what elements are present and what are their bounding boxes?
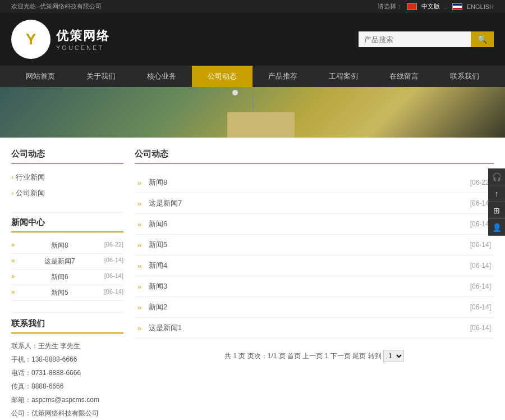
- bullet: »: [135, 172, 146, 193]
- nav-item-about[interactable]: 关于我们: [71, 66, 131, 87]
- news-title[interactable]: 这是新闻1: [146, 318, 449, 339]
- sidebar-section-news-center: 新闻中心 新闻8 [06-22] 这是新闻7 [06-14] 新闻6 [06-1…: [11, 217, 123, 301]
- pagination: 共 1 页 页次：1/1 页 首页 上一页 1 下一页 尾页 转到 1: [135, 350, 494, 362]
- search-button[interactable]: 🔍: [471, 31, 494, 47]
- news-link[interactable]: 新闻6: [51, 272, 68, 282]
- table-row: » 新闻6 [06-14]: [135, 214, 494, 235]
- right-content: 公司动态 » 新闻8 [06-22] » 这是新闻7 [06-14] » 新闻6…: [135, 149, 494, 420]
- logo-letter: Y: [26, 30, 36, 48]
- pagination-text: 共 1 页 页次：1/1 页: [224, 352, 287, 360]
- news-date: [06-14]: [104, 257, 123, 266]
- logo-area: Y 优策网络 YOUCENET: [11, 20, 110, 59]
- left-sidebar: 公司动态 行业新闻 公司新闻 新闻中心 新闻8 [06-22] 这是新闻7 [0…: [11, 149, 123, 420]
- bullet: »: [135, 297, 146, 318]
- hero-banner: [0, 87, 505, 138]
- contact-info: 联系人：王先生 李先生 手机：138-8888-6666 电话：0731-888…: [11, 339, 123, 420]
- goto-label: 转到: [368, 352, 382, 360]
- nav-item-home[interactable]: 网站首页: [10, 66, 71, 87]
- news-date: [06-14]: [449, 214, 494, 235]
- nav-item-products[interactable]: 产品推荐: [252, 66, 313, 87]
- table-row: » 新闻4 [06-14]: [135, 255, 494, 276]
- contact-fax: 传真：8888-6666: [11, 380, 123, 393]
- list-item: 新闻6 [06-14]: [11, 270, 123, 285]
- news-title[interactable]: 新闻8: [146, 172, 449, 193]
- bullet: »: [135, 193, 146, 214]
- sidebar-section2-title: 新闻中心: [11, 217, 123, 232]
- contact-title: 联系我们: [11, 318, 123, 334]
- grid-icon[interactable]: ⊞: [488, 202, 505, 219]
- flag-cn-icon: [407, 3, 417, 10]
- lang-select-label: 请选择：: [378, 2, 402, 11]
- sidebar-section1-title: 公司动态: [11, 149, 123, 164]
- bullet: »: [135, 318, 146, 339]
- news-link[interactable]: 新闻8: [51, 241, 68, 250]
- news-title[interactable]: 新闻3: [146, 276, 449, 297]
- lang-en-link[interactable]: ENGLISH: [467, 3, 494, 10]
- news-title[interactable]: 新闻6: [146, 214, 449, 235]
- table-row: » 新闻2 [06-14]: [135, 297, 494, 318]
- nav-item-news[interactable]: 公司动态: [192, 66, 252, 87]
- news-link[interactable]: 这是新闻7: [44, 257, 75, 266]
- table-row: » 新闻3 [06-14]: [135, 276, 494, 297]
- user-icon[interactable]: 👤: [488, 219, 505, 236]
- list-item: 这是新闻7 [06-14]: [11, 254, 123, 270]
- news-title[interactable]: 这是新闻7: [146, 193, 449, 214]
- contact-mobile: 手机：138-8888-6666: [11, 353, 123, 366]
- last-page-link[interactable]: 尾页: [352, 352, 368, 360]
- sidebar-section-company-news: 公司动态 行业新闻 公司新闻: [11, 149, 123, 201]
- news-title[interactable]: 新闻5: [146, 235, 449, 255]
- nav-item-contact[interactable]: 联系我们: [434, 66, 495, 87]
- sidebar-link-industry[interactable]: 行业新闻: [11, 170, 123, 185]
- bullet: »: [135, 235, 146, 255]
- bullet: »: [135, 276, 146, 297]
- news-date: [06-14]: [449, 235, 494, 255]
- headset-icon[interactable]: 🎧: [488, 168, 505, 185]
- main-nav: 网站首页 关于我们 核心业务 公司动态 产品推荐 工程案例 在线留言 联系我们: [0, 66, 505, 87]
- table-row: » 这是新闻7 [06-14]: [135, 193, 494, 214]
- contact-company: 公司：优策网络科技有限公司: [11, 407, 123, 420]
- contact-email: 邮箱：aspcms@aspcms.com: [11, 393, 123, 407]
- bullet: »: [135, 214, 146, 235]
- news-date: [06-14]: [449, 318, 494, 339]
- lang-divider: ::: [444, 3, 448, 10]
- main-content-area: 公司动态 行业新闻 公司新闻 新闻中心 新闻8 [06-22] 这是新闻7 [0…: [0, 138, 505, 420]
- news-date: [06-14]: [449, 297, 494, 318]
- content-title: 公司动态: [135, 149, 494, 164]
- top-bar-right: 请选择： 中文版 :: ENGLISH: [378, 2, 494, 11]
- welcome-text: 欢迎光临--优策网络科技有限公司: [11, 2, 102, 11]
- news-date: [06-14]: [104, 288, 123, 298]
- news-table: » 新闻8 [06-22] » 这是新闻7 [06-14] » 新闻6 [06-…: [135, 172, 494, 339]
- lang-cn-link[interactable]: 中文版: [421, 2, 440, 11]
- prev-page-link[interactable]: 上一页: [302, 352, 324, 360]
- news-date: [06-22]: [104, 241, 123, 250]
- nav-item-message[interactable]: 在线留言: [374, 66, 434, 87]
- news-title[interactable]: 新闻2: [146, 297, 449, 318]
- right-sidebar: 🎧 ↑ ⊞ 👤: [488, 168, 505, 236]
- sidebar-link-company[interactable]: 公司新闻: [11, 185, 123, 201]
- logo-text: 优策网络 YOUCENET: [56, 28, 110, 51]
- page-select[interactable]: 1: [383, 350, 404, 362]
- divider2: [11, 312, 123, 313]
- top-bar: 欢迎光临--优策网络科技有限公司 请选择： 中文版 :: ENGLISH: [0, 0, 505, 13]
- bullet: »: [135, 255, 146, 276]
- search-area: 🔍: [359, 31, 494, 47]
- logo-icon: Y: [11, 20, 50, 59]
- news-title[interactable]: 新闻4: [146, 255, 449, 276]
- flag-en-icon: [452, 3, 462, 10]
- news-date: [06-14]: [104, 272, 123, 282]
- next-page-link[interactable]: 下一页: [330, 352, 352, 360]
- news-date: [06-14]: [449, 193, 494, 214]
- news-date: [06-14]: [449, 255, 494, 276]
- first-page-link[interactable]: 首页: [287, 352, 301, 360]
- nav-item-core[interactable]: 核心业务: [131, 66, 192, 87]
- search-input[interactable]: [359, 31, 471, 47]
- table-row: » 新闻8 [06-22]: [135, 172, 494, 193]
- news-link[interactable]: 新闻5: [51, 288, 68, 298]
- share-icon[interactable]: ↑: [488, 185, 505, 202]
- table-row: » 这是新闻1 [06-14]: [135, 318, 494, 339]
- nav-item-cases[interactable]: 工程案例: [313, 66, 374, 87]
- list-item: 新闻5 [06-14]: [11, 285, 123, 301]
- table-row: » 新闻5 [06-14]: [135, 235, 494, 255]
- list-item: 新闻8 [06-22]: [11, 238, 123, 254]
- news-date: [06-14]: [449, 276, 494, 297]
